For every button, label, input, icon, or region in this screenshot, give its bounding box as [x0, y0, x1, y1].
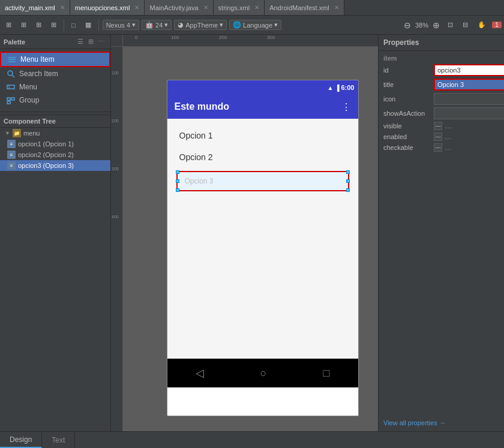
prop-checkbox-enabled[interactable]: —: [434, 133, 442, 141]
tree-item-label: opcion2 (Opcion 2): [18, 151, 74, 158]
palette-header-icons: ☰ ⊞ ⋯: [76, 37, 107, 46]
vertical-ruler: 100 200 300 400: [111, 47, 123, 431]
search-item-icon: [6, 69, 16, 79]
zoom-out-button[interactable]: ⊖: [402, 20, 413, 30]
menu-item-label: Opcion 3: [185, 177, 214, 185]
prop-checkbox-visible[interactable]: —: [434, 122, 442, 130]
actual-size-button[interactable]: ⊟: [459, 19, 472, 31]
prop-row-icon: icon …: [379, 92, 504, 106]
view-all-properties-link[interactable]: View all properties →: [379, 414, 504, 431]
palette-item-searchitem[interactable]: Search Item: [0, 67, 110, 80]
horizontal-ruler: 0 100 200 300: [123, 35, 378, 47]
theme-value: AppTheme: [185, 22, 218, 29]
svg-rect-2: [8, 61, 16, 62]
time-display: 6:00: [341, 84, 354, 91]
tab-label: menuopciones.xml: [75, 4, 130, 11]
prop-label-id: id: [383, 67, 431, 74]
handle-bottom-left[interactable]: [176, 188, 179, 192]
toolbar-icon-btn6[interactable]: ▦: [82, 19, 95, 31]
canvas-wrapper: 0 100 200 300 100 200 300 400 ▲ ▐ 6:00: [111, 35, 378, 431]
properties-title: Properties: [383, 38, 419, 47]
palette-item-label: Search Item: [19, 70, 58, 78]
palette-item-label: Group: [19, 96, 39, 104]
tab-menuopciones[interactable]: menuopciones.xml ✕: [70, 0, 145, 15]
menu-icon: [6, 82, 16, 92]
toolbar-icon-btn5[interactable]: □: [68, 20, 79, 31]
theme-selector[interactable]: ◕ AppTheme ▾: [174, 20, 227, 30]
palette-item-menuitem[interactable]: Menu Item: [0, 52, 110, 67]
device-navbar: ◁ ○ □: [167, 359, 358, 387]
tab-close-icon[interactable]: ✕: [60, 4, 65, 11]
prop-label-enabled: enabled: [383, 133, 431, 140]
prop-checkbox-checkable[interactable]: —: [434, 143, 442, 152]
toolbar-icon-btn1[interactable]: ⊞: [2, 19, 15, 31]
handle-top-left[interactable]: [176, 170, 179, 174]
pan-button[interactable]: ✋: [474, 19, 490, 31]
toolbar-icon-btn3[interactable]: ⊞: [32, 19, 45, 31]
view-all-properties-label: View all properties →: [383, 419, 446, 426]
handle-top-right[interactable]: [346, 170, 350, 174]
device-content: Opcion 1 Opcion 2: [167, 119, 358, 359]
palette-more-btn[interactable]: ⋯: [97, 37, 107, 46]
prop-more-checkable[interactable]: …: [443, 143, 453, 152]
prop-more-enabled[interactable]: …: [443, 133, 453, 141]
prop-value-id: …: [434, 64, 504, 76]
device-name: Nexus 4: [106, 22, 130, 29]
palette-item-menu[interactable]: Menu: [0, 80, 110, 94]
tab-mainactivity[interactable]: MainActivity.java ✕: [145, 0, 213, 15]
prop-input-title[interactable]: [434, 79, 504, 91]
recents-icon[interactable]: □: [323, 367, 330, 380]
handle-mid-right[interactable]: [346, 179, 350, 183]
prop-value-enabled: — …: [434, 133, 499, 141]
tab-text[interactable]: Text: [42, 432, 75, 448]
tab-close-icon[interactable]: ✕: [254, 4, 259, 11]
palette-items-list: Menu Item Search Item Menu Group: [0, 49, 110, 109]
prop-input-icon[interactable]: [434, 93, 504, 105]
toolbar-icon-btn2[interactable]: ⊞: [17, 19, 30, 31]
palette-item-group[interactable]: Group: [0, 94, 110, 107]
prop-label-title: title: [383, 81, 431, 88]
svg-rect-5: [7, 85, 14, 89]
handle-mid-left[interactable]: [176, 179, 179, 183]
tab-close-icon[interactable]: ✕: [334, 4, 339, 11]
prop-input-showasaction[interactable]: [434, 107, 504, 119]
toolbar-icon-btn4[interactable]: ⊞: [47, 19, 60, 31]
api-value: 24: [155, 22, 163, 29]
device-selector[interactable]: Nexus 4 ▾: [103, 20, 139, 30]
canvas-scroll[interactable]: ▲ ▐ 6:00 Este mundo ⋮ Opcion 1: [123, 47, 378, 431]
tab-design[interactable]: Design: [0, 432, 42, 448]
back-icon[interactable]: ◁: [196, 366, 204, 380]
tab-strings[interactable]: strings.xml ✕: [214, 0, 265, 15]
zoom-in-button[interactable]: ⊕: [431, 20, 442, 30]
tab-activity-main[interactable]: activity_main.xml ✕: [0, 0, 70, 15]
palette-header: Palette ☰ ⊞ ⋯: [0, 35, 110, 49]
left-panel: Palette ☰ ⊞ ⋯ Menu Item Search Item: [0, 35, 111, 431]
tab-close-icon[interactable]: ✕: [203, 4, 208, 11]
palette-item-label: Menu: [19, 83, 37, 91]
tree-item-menu[interactable]: ▼ 📁 menu: [0, 128, 110, 139]
component-tree-title: Component Tree: [4, 118, 56, 125]
language-value: Language: [243, 22, 272, 29]
palette-title: Palette: [4, 38, 25, 46]
group-icon: [6, 95, 16, 105]
overflow-menu-icon[interactable]: ⋮: [341, 101, 351, 113]
tree-item-label: opcion1 (Opcion 1): [18, 140, 74, 148]
language-selector[interactable]: 🌐 Language ▾: [229, 20, 281, 30]
prop-value-checkable: — …: [434, 143, 499, 152]
api-selector[interactable]: 🤖 24 ▾: [142, 20, 172, 30]
handle-bottom-right[interactable]: [346, 188, 350, 192]
tab-label: strings.xml: [218, 4, 250, 11]
tree-item-opcion1[interactable]: ≡ opcion1 (Opcion 1): [0, 139, 110, 149]
palette-list-view-btn[interactable]: ☰: [76, 37, 85, 46]
menu-row-opcion3-selected[interactable]: Opcion 3: [176, 171, 349, 191]
prop-more-visible[interactable]: …: [443, 122, 453, 130]
tree-item-opcion3[interactable]: ≡ opcion3 (Opcion 3): [0, 160, 110, 171]
ruler-mark-v100: 100: [112, 71, 119, 75]
tab-androidmanifest[interactable]: AndroidManifest.xml ✕: [265, 0, 344, 15]
tab-close-icon[interactable]: ✕: [134, 4, 139, 11]
palette-icon-view-btn[interactable]: ⊞: [86, 37, 95, 46]
prop-input-id[interactable]: [434, 64, 504, 76]
home-icon[interactable]: ○: [260, 367, 267, 380]
tree-item-opcion2[interactable]: ≡ opcion2 (Opcion 2): [0, 149, 110, 160]
fit-screen-button[interactable]: ⊡: [444, 19, 457, 31]
